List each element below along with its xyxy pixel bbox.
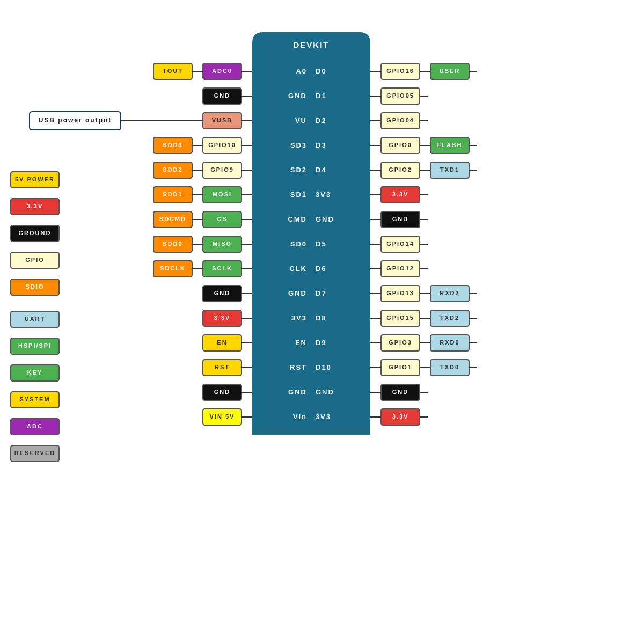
diagram (0, 0, 644, 644)
